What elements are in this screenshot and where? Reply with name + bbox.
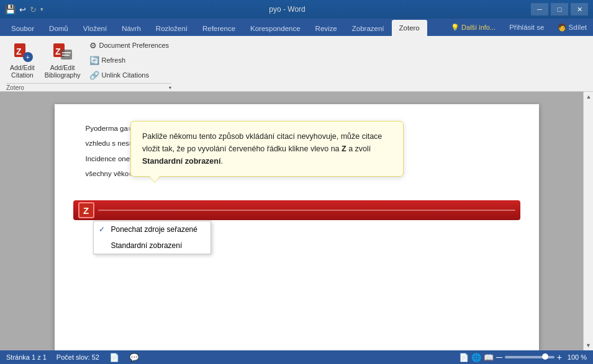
tab-rozlozeni[interactable]: Rozložení: [148, 21, 195, 36]
title-bar-title: pyo - Word: [43, 5, 531, 14]
group-collapse-arrow[interactable]: ▾: [169, 85, 171, 91]
redo-icon[interactable]: ↻: [30, 5, 37, 14]
dropdown-label-standardni: Standardní zobrazení: [111, 241, 183, 250]
refresh-icon: 🔄: [89, 56, 99, 65]
ribbon-content: Z + Add/EditCitation Z: [0, 36, 593, 92]
unlink-citations-icon: 🔗: [89, 71, 99, 80]
share-button[interactable]: 🧑 Sdílet: [551, 20, 593, 35]
doc-text-line2: vzhledu s nes: [86, 140, 129, 147]
status-bar-right: 📄 🌐 📖 ─ + 100 %: [459, 352, 587, 362]
status-bar-left: Stránka 1 z 1 Počet slov: 52 📄 💬: [6, 353, 139, 362]
signin-button[interactable]: Přihlásit se: [503, 20, 550, 35]
zoom-slider[interactable]: [505, 356, 555, 358]
refresh-button[interactable]: 🔄 Refresh: [87, 53, 172, 67]
document-preferences-icon: ⚙: [89, 41, 97, 50]
tooltip-text-end: .: [220, 157, 222, 166]
zoom-out-button[interactable]: ─: [496, 352, 502, 362]
page-count: Stránka 1 z 1: [6, 353, 47, 361]
add-edit-citation-icon: Z +: [11, 41, 34, 63]
citation-field-content: [98, 210, 515, 211]
unlink-citations-button[interactable]: 🔗 Unlink Citations: [87, 68, 172, 82]
dropdown-item-ponechat[interactable]: ✓ Ponechat zdroje seřazené: [94, 221, 210, 237]
title-bar: 💾 ↩ ↻ ▾ pyo - Word ─ □ ✕: [0, 0, 593, 19]
zotero-group-label: Zotero ▾: [6, 83, 171, 91]
unlink-citations-label: Unlink Citations: [102, 71, 149, 79]
tooltip-bold-end: Standardní zobrazení: [142, 157, 220, 166]
zotero-ribbon-items: Z + Add/EditCitation Z: [6, 38, 171, 83]
add-edit-citation-button[interactable]: Z + Add/EditCitation: [6, 38, 38, 82]
minimize-button[interactable]: ─: [531, 3, 548, 16]
view-print-icon[interactable]: 📄: [459, 353, 469, 362]
zotero-citation-bar: Z: [73, 200, 520, 220]
tab-reference[interactable]: Reference: [195, 21, 243, 36]
dropdown-label-ponechat: Ponechat zdroje seřazené: [111, 225, 197, 234]
check-icon-ponechat: ✓: [99, 225, 105, 234]
add-edit-bibliography-label: Add/EditBibliography: [45, 64, 81, 79]
ribbon-tabs: Soubor Domů Vložení Návrh Rozložení Refe…: [0, 19, 593, 36]
zoom-in-button[interactable]: +: [557, 352, 562, 362]
scroll-down-right[interactable]: ▼: [584, 340, 594, 350]
tab-soubor[interactable]: Soubor: [4, 21, 42, 36]
doc-text-line3: Incidence one: [86, 155, 130, 162]
zotero-ribbon-group: Z + Add/EditCitation Z: [2, 38, 175, 91]
word-count: Počet slov: 52: [57, 353, 99, 361]
tooltip-text-middle: a zvolí: [346, 144, 371, 153]
doc-text-line4: všechny věko: [86, 170, 129, 177]
zotero-dropdown-menu: ✓ Ponechat zdroje seřazené Standardní zo…: [93, 221, 211, 254]
status-comment-icon[interactable]: 💬: [129, 353, 139, 362]
document-preferences-label: Document Preferences: [99, 42, 170, 49]
tab-navrh[interactable]: Návrh: [114, 21, 148, 36]
refresh-label: Refresh: [102, 56, 126, 64]
maximize-button[interactable]: □: [551, 3, 568, 16]
scroll-top-area: ▲: [583, 92, 593, 102]
view-web-icon[interactable]: 🌐: [471, 353, 481, 362]
document-preferences-button[interactable]: ⚙ Document Preferences: [87, 38, 172, 52]
tab-korespondence[interactable]: Korespondence: [243, 21, 308, 36]
tooltip-bold-z: Z: [342, 144, 346, 153]
svg-text:Z: Z: [55, 47, 61, 56]
add-edit-citation-label: Add/EditCitation: [10, 64, 35, 79]
zoom-level: 100 %: [564, 353, 587, 361]
tooltip-box: Pakliže někomu tento způsob vkládání cit…: [130, 121, 404, 177]
svg-text:Z: Z: [16, 47, 22, 56]
close-button[interactable]: ✕: [571, 3, 588, 16]
info-button[interactable]: 💡 Další info...: [445, 20, 502, 35]
scroll-right: ▲ ▼: [583, 92, 593, 350]
scroll-up-arrow[interactable]: ▲: [584, 92, 593, 102]
tab-revize[interactable]: Revize: [308, 21, 345, 36]
zotero-z-button[interactable]: Z: [78, 202, 94, 218]
tab-zotero[interactable]: Zotero: [392, 20, 427, 36]
view-read-icon[interactable]: 📖: [484, 353, 494, 362]
svg-text:+: +: [25, 53, 29, 61]
add-edit-bibliography-icon: Z: [52, 41, 74, 63]
save-icon[interactable]: 💾: [5, 4, 16, 14]
undo-icon[interactable]: ↩: [19, 5, 26, 14]
tab-domu[interactable]: Domů: [42, 21, 76, 36]
title-bar-controls: ─ □ ✕: [531, 3, 588, 16]
dropdown-item-standardni[interactable]: Standardní zobrazení: [94, 237, 210, 254]
svg-rect-6: [61, 50, 72, 60]
doc-text-line1: Pyoderma ga: [86, 125, 128, 132]
status-doc-icon[interactable]: 📄: [109, 353, 119, 362]
tab-vlozeni[interactable]: Vložení: [76, 21, 114, 36]
tab-zobrazeni[interactable]: Zobrazení: [345, 21, 392, 36]
status-bar: Stránka 1 z 1 Počet slov: 52 📄 💬 📄 🌐 📖 ─…: [0, 350, 593, 364]
title-bar-left: 💾 ↩ ↻ ▾: [5, 4, 43, 14]
add-edit-bibliography-button[interactable]: Z Add/EditBibliography: [41, 38, 84, 82]
zotero-small-buttons: ⚙ Document Preferences 🔄 Refresh 🔗 Unlin…: [87, 38, 172, 82]
